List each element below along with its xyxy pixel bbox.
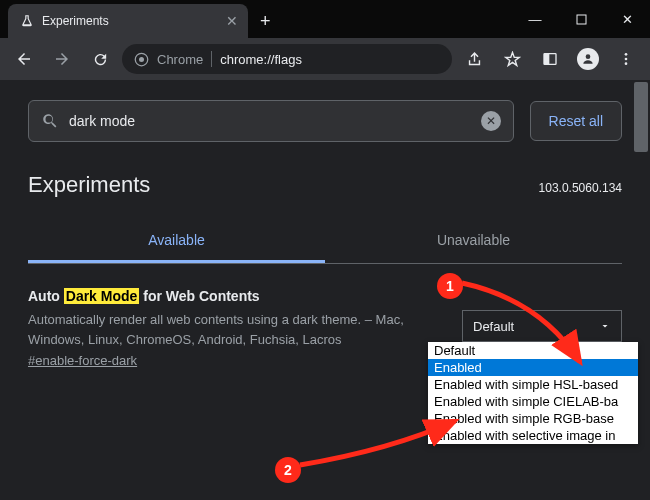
- annotation-badge-1: 1: [437, 273, 463, 299]
- back-button[interactable]: [8, 43, 40, 75]
- window-minimize-button[interactable]: —: [512, 0, 558, 38]
- reset-all-button[interactable]: Reset all: [530, 101, 622, 141]
- address-bar[interactable]: Chrome chrome://flags: [122, 44, 452, 74]
- svg-point-2: [139, 57, 144, 62]
- search-box[interactable]: ✕: [28, 100, 514, 142]
- url-scheme: Chrome: [157, 52, 203, 67]
- search-icon: [41, 112, 59, 130]
- option-default[interactable]: Default: [428, 342, 638, 359]
- tab-available[interactable]: Available: [28, 220, 325, 263]
- flag-title: Auto Dark Mode for Web Contents: [28, 288, 446, 304]
- option-rgb[interactable]: Enabled with simple RGB-base: [428, 410, 638, 427]
- svg-rect-0: [577, 15, 586, 24]
- flag-tabs: Available Unavailable: [28, 220, 622, 264]
- flag-permalink[interactable]: #enable-force-dark: [28, 353, 137, 368]
- page-title: Experiments: [28, 172, 150, 198]
- new-tab-button[interactable]: +: [260, 11, 271, 32]
- flag-item: Auto Dark Mode for Web Contents Automati…: [28, 288, 622, 369]
- option-enabled[interactable]: Enabled: [428, 359, 638, 376]
- forward-button[interactable]: [46, 43, 78, 75]
- profile-avatar[interactable]: [572, 43, 604, 75]
- tab-title: Experiments: [42, 14, 218, 28]
- flag-description: Automatically render all web contents us…: [28, 310, 446, 349]
- tab-unavailable[interactable]: Unavailable: [325, 220, 622, 263]
- flag-title-highlight: Dark Mode: [64, 288, 140, 304]
- reload-button[interactable]: [84, 43, 116, 75]
- window-titlebar: Experiments ✕ + — ✕: [0, 0, 650, 38]
- svg-point-8: [625, 62, 628, 65]
- flag-title-suffix: for Web Contents: [139, 288, 259, 304]
- annotation-badge-2: 2: [275, 457, 301, 483]
- page-content: ✕ Reset all Experiments 103.0.5060.134 A…: [0, 80, 650, 500]
- search-input[interactable]: [69, 113, 471, 129]
- share-icon[interactable]: [458, 43, 490, 75]
- svg-point-5: [586, 54, 591, 59]
- bookmark-icon[interactable]: [496, 43, 528, 75]
- scrollbar-thumb[interactable]: [634, 82, 648, 152]
- tab-close-icon[interactable]: ✕: [226, 13, 238, 29]
- menu-icon[interactable]: [610, 43, 642, 75]
- option-cielab[interactable]: Enabled with simple CIELAB-ba: [428, 393, 638, 410]
- flag-dropdown: Default Enabled Enabled with simple HSL-…: [428, 342, 638, 444]
- flag-select-value: Default: [473, 319, 514, 334]
- clear-search-icon[interactable]: ✕: [481, 111, 501, 131]
- browser-tab[interactable]: Experiments ✕: [8, 4, 248, 38]
- window-close-button[interactable]: ✕: [604, 0, 650, 38]
- side-panel-icon[interactable]: [534, 43, 566, 75]
- option-hsl[interactable]: Enabled with simple HSL-based: [428, 376, 638, 393]
- flag-select[interactable]: Default: [462, 310, 622, 342]
- svg-point-6: [625, 53, 628, 56]
- svg-point-7: [625, 58, 628, 61]
- flask-icon: [20, 14, 34, 28]
- svg-rect-4: [544, 54, 549, 65]
- window-controls: — ✕: [512, 0, 650, 38]
- chevron-down-icon: [599, 320, 611, 332]
- browser-toolbar: Chrome chrome://flags: [0, 38, 650, 80]
- url-separator: [211, 51, 212, 67]
- url-path: chrome://flags: [220, 52, 302, 67]
- chrome-icon: [134, 52, 149, 67]
- window-maximize-button[interactable]: [558, 0, 604, 38]
- version-label: 103.0.5060.134: [539, 181, 622, 195]
- flag-title-prefix: Auto: [28, 288, 64, 304]
- option-selective[interactable]: Enabled with selective image in: [428, 427, 638, 444]
